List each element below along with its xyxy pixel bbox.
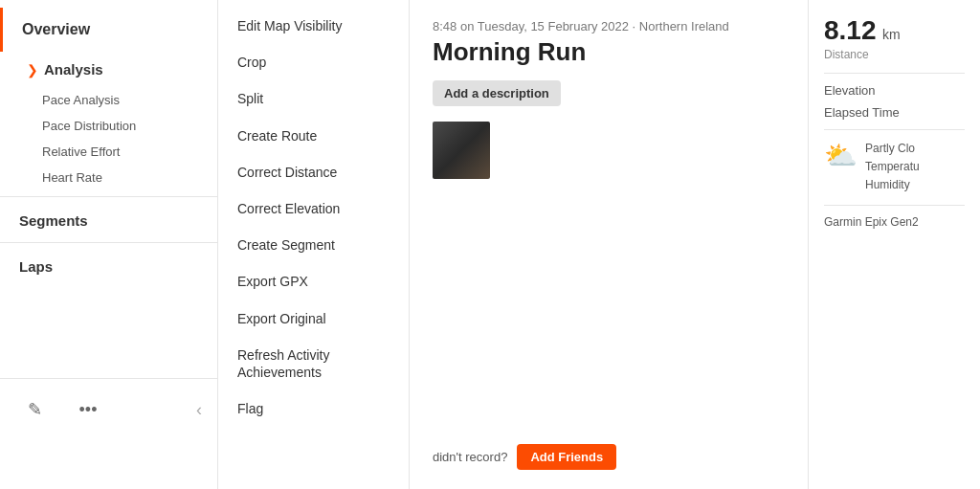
chevron-right-icon: ❯ — [27, 62, 38, 78]
sidebar-footer: ✎ ••• ‹ — [0, 378, 217, 440]
sidebar-item-pace-analysis[interactable]: Pace Analysis — [0, 87, 217, 113]
sidebar: Overview ❯ Analysis Pace Analysis Pace D… — [0, 0, 218, 489]
weather-section: ⛅ Partly Clo Temperatu Humidity — [824, 140, 965, 195]
menu-item-correct-distance[interactable]: Correct Distance — [218, 154, 409, 190]
menu-item-refresh-achievements[interactable]: Refresh Activity Achievements — [218, 337, 409, 390]
edit-button[interactable]: ✎ — [15, 390, 54, 429]
collapse-sidebar-icon[interactable]: ‹ — [196, 400, 202, 420]
activity-title: Morning Run — [433, 37, 785, 67]
menu-item-create-route[interactable]: Create Route — [218, 118, 409, 154]
distance-unit: km — [882, 27, 901, 42]
sidebar-item-laps[interactable]: Laps — [0, 242, 217, 282]
elevation-stat: Elevation — [824, 83, 965, 98]
activity-subtitle: 8:48 on Tuesday, 15 February 2022 · Nort… — [433, 19, 785, 33]
main-content: 8:48 on Tuesday, 15 February 2022 · Nort… — [410, 0, 808, 489]
activity-image — [433, 122, 490, 179]
elapsed-time-stat: Elapsed Time — [824, 105, 965, 120]
add-friends-button[interactable]: Add Friends — [517, 444, 616, 470]
weather-info: Partly Clo Temperatu Humidity — [865, 140, 920, 195]
menu-item-export-gpx[interactable]: Export GPX — [218, 263, 409, 300]
analysis-label: Analysis — [44, 61, 103, 78]
add-description-button[interactable]: Add a description — [433, 80, 561, 106]
stat-divider-1 — [824, 73, 965, 74]
humidity-label: Humidity — [865, 176, 920, 194]
stat-divider-3 — [824, 205, 965, 206]
friends-text: didn't record? — [433, 450, 507, 464]
sidebar-item-analysis[interactable]: ❯ Analysis — [0, 52, 217, 87]
cloud-icon: ⛅ — [824, 140, 858, 171]
sidebar-item-pace-distribution[interactable]: Pace Distribution — [0, 113, 217, 139]
distance-value: 8.12 — [824, 15, 877, 45]
context-menu: Edit Map Visibility Crop Split Create Ro… — [218, 0, 410, 489]
weather-condition: Partly Clo — [865, 140, 920, 158]
menu-item-split[interactable]: Split — [218, 80, 409, 117]
device-label: Garmin Epix Gen2 — [824, 215, 965, 229]
sidebar-item-heart-rate[interactable]: Heart Rate — [0, 165, 217, 190]
sidebar-item-overview[interactable]: Overview — [0, 8, 217, 52]
temperature-label: Temperatu — [865, 158, 920, 176]
more-options-button[interactable]: ••• — [69, 390, 107, 429]
menu-item-crop[interactable]: Crop — [218, 44, 409, 80]
stat-divider-2 — [824, 129, 965, 130]
distance-stat: 8.12 km Distance — [824, 15, 965, 61]
sidebar-item-relative-effort[interactable]: Relative Effort — [0, 139, 217, 165]
menu-item-edit-map-visibility[interactable]: Edit Map Visibility — [218, 8, 409, 44]
sidebar-item-segments[interactable]: Segments — [0, 196, 217, 236]
menu-item-correct-elevation[interactable]: Correct Elevation — [218, 190, 409, 227]
menu-item-export-original[interactable]: Export Original — [218, 300, 409, 337]
friends-bar: didn't record? Add Friends — [433, 444, 616, 470]
distance-label: Distance — [824, 48, 965, 61]
activity-thumbnail — [433, 122, 490, 179]
stats-panel: 8.12 km Distance Elevation Elapsed Time … — [808, 0, 980, 489]
menu-item-create-segment[interactable]: Create Segment — [218, 227, 409, 263]
menu-item-flag[interactable]: Flag — [218, 390, 409, 427]
